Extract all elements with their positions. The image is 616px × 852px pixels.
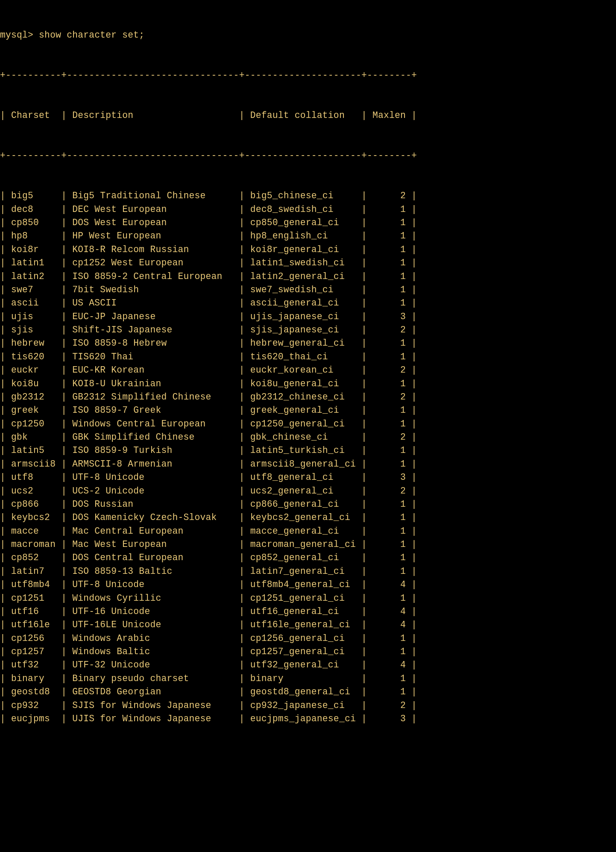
- table-row: | keybcs2 | DOS Kamenicky Czech-Slovak |…: [0, 511, 616, 524]
- table-row: | euckr | EUC-KR Korean | euckr_korean_c…: [0, 364, 616, 377]
- table-row: | gbk | GBK Simplified Chinese | gbk_chi…: [0, 431, 616, 444]
- table-row: | cp1250 | Windows Central European | cp…: [0, 417, 616, 431]
- table-row: | eucjpms | UJIS for Windows Japanese | …: [0, 712, 616, 726]
- table-row: | cp1256 | Windows Arabic | cp1256_gener…: [0, 632, 616, 645]
- table-row: | koi8u | KOI8-U Ukrainian | koi8u_gener…: [0, 377, 616, 391]
- prompt-line: mysql> show character set;: [0, 29, 616, 42]
- table-row: | utf32 | UTF-32 Unicode | utf32_general…: [0, 658, 616, 672]
- table-row: | hebrew | ISO 8859-8 Hebrew | hebrew_ge…: [0, 337, 616, 350]
- table-header-row: | Charset | Description | Default collat…: [0, 109, 616, 122]
- table-row: | cp1257 | Windows Baltic | cp1257_gener…: [0, 645, 616, 658]
- table-row: | macce | Mac Central European | macce_g…: [0, 525, 616, 538]
- table-row: | latin5 | ISO 8859-9 Turkish | latin5_t…: [0, 444, 616, 457]
- table-row: | binary | Binary pseudo charset | binar…: [0, 672, 616, 685]
- mysql-terminal[interactable]: mysql> show character set; +----------+-…: [0, 0, 616, 739]
- table-row: | ucs2 | UCS-2 Unicode | ucs2_general_ci…: [0, 485, 616, 498]
- table-row: | geostd8 | GEOSTD8 Georgian | geostd8_g…: [0, 685, 616, 699]
- table-row: | latin7 | ISO 8859-13 Baltic | latin7_g…: [0, 565, 616, 578]
- table-row: | utf16le | UTF-16LE Unicode | utf16le_g…: [0, 618, 616, 632]
- table-row: | latin1 | cp1252 West European | latin1…: [0, 256, 616, 270]
- table-row: | dec8 | DEC West European | dec8_swedis…: [0, 203, 616, 216]
- table-row: | utf8mb4 | UTF-8 Unicode | utf8mb4_gene…: [0, 578, 616, 591]
- table-row: | tis620 | TIS620 Thai | tis620_thai_ci …: [0, 350, 616, 364]
- table-row: | latin2 | ISO 8859-2 Central European |…: [0, 270, 616, 283]
- table-row: | ujis | EUC-JP Japanese | ujis_japanese…: [0, 310, 616, 323]
- table-row: | utf16 | UTF-16 Unicode | utf16_general…: [0, 605, 616, 618]
- table-row: | cp850 | DOS West European | cp850_gene…: [0, 216, 616, 229]
- table-row: | ascii | US ASCII | ascii_general_ci | …: [0, 297, 616, 310]
- table-row: | cp852 | DOS Central European | cp852_g…: [0, 551, 616, 564]
- table-row: | armscii8 | ARMSCII-8 Armenian | armsci…: [0, 458, 616, 471]
- table-row: | utf8 | UTF-8 Unicode | utf8_general_ci…: [0, 471, 616, 484]
- table-row: | koi8r | KOI8-R Relcom Russian | koi8r_…: [0, 243, 616, 256]
- table-row: | hp8 | HP West European | hp8_english_c…: [0, 229, 616, 243]
- command-text: show character set;: [39, 30, 144, 40]
- table-row: | cp866 | DOS Russian | cp866_general_ci…: [0, 498, 616, 511]
- table-row: | macroman | Mac West European | macroma…: [0, 538, 616, 551]
- table-row: | gb2312 | GB2312 Simplified Chinese | g…: [0, 391, 616, 404]
- prompt: mysql>: [0, 30, 39, 40]
- table-row: | cp932 | SJIS for Windows Japanese | cp…: [0, 699, 616, 712]
- table-row: | cp1251 | Windows Cyrillic | cp1251_gen…: [0, 592, 616, 605]
- table-border-top: +----------+----------------------------…: [0, 69, 616, 82]
- table-row: | swe7 | 7bit Swedish | swe7_swedish_ci …: [0, 283, 616, 297]
- table-border-mid: +----------+----------------------------…: [0, 149, 616, 162]
- table-row: | sjis | Shift-JIS Japanese | sjis_japan…: [0, 323, 616, 337]
- table-row: | greek | ISO 8859-7 Greek | greek_gener…: [0, 404, 616, 417]
- table-row: | big5 | Big5 Traditional Chinese | big5…: [0, 189, 616, 203]
